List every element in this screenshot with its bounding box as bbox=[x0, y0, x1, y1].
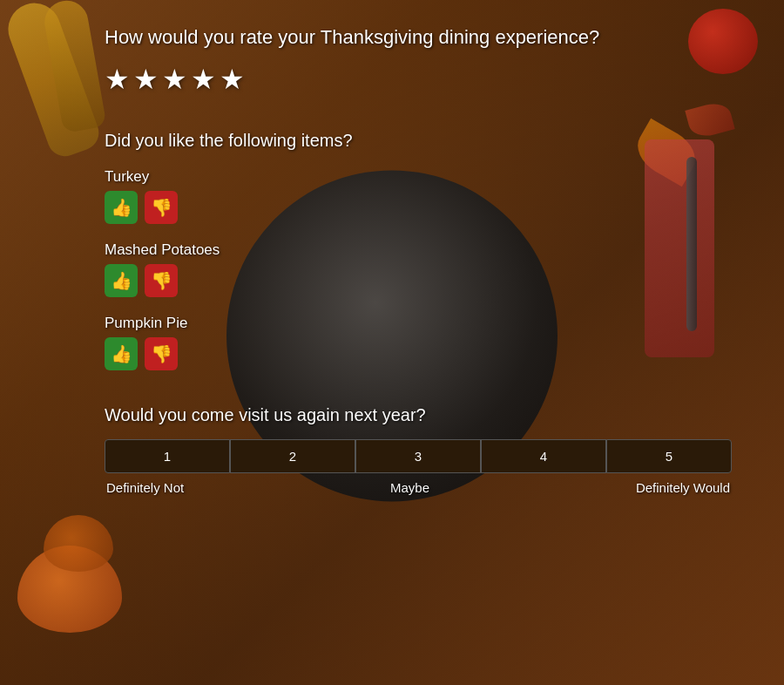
visit-section: Would you come visit us again next year?… bbox=[105, 405, 732, 495]
star-5[interactable]: ★ bbox=[220, 63, 245, 96]
turkey-thumbs-down[interactable]: 👎 bbox=[145, 191, 178, 224]
scale-btn-4[interactable]: 4 bbox=[481, 439, 606, 473]
scale-buttons-row: 1 2 3 4 5 bbox=[105, 439, 732, 473]
mashed-potatoes-label: Mashed Potatoes bbox=[105, 241, 732, 259]
scale-labels-row: Definitely Not Maybe Definitely Would bbox=[105, 480, 732, 495]
food-item-turkey: Turkey 👍 👎 bbox=[105, 168, 732, 224]
food-item-mashed-potatoes: Mashed Potatoes 👍 👎 bbox=[105, 241, 732, 297]
mashed-potatoes-thumbs-row: 👍 👎 bbox=[105, 264, 732, 297]
scale-label-center: Maybe bbox=[390, 480, 429, 495]
pumpkin-pie-thumbs-up[interactable]: 👍 bbox=[105, 337, 138, 370]
star-4[interactable]: ★ bbox=[191, 63, 216, 96]
visit-question: Would you come visit us again next year? bbox=[105, 405, 732, 425]
items-question: Did you like the following items? bbox=[105, 131, 732, 151]
stars-row: ★ ★ ★ ★ ★ bbox=[105, 63, 732, 96]
survey-content: How would you rate your Thanksgiving din… bbox=[0, 0, 784, 521]
star-3[interactable]: ★ bbox=[162, 63, 187, 96]
turkey-label: Turkey bbox=[105, 168, 732, 186]
pumpkin-pie-thumbs-down[interactable]: 👎 bbox=[145, 337, 178, 370]
mashed-potatoes-thumbs-down[interactable]: 👎 bbox=[145, 264, 178, 297]
mashed-potatoes-thumbs-up[interactable]: 👍 bbox=[105, 264, 138, 297]
scale-btn-1[interactable]: 1 bbox=[105, 439, 230, 473]
scale-container: 1 2 3 4 5 Definitely Not Maybe Definitel… bbox=[105, 439, 732, 495]
turkey-thumbs-row: 👍 👎 bbox=[105, 191, 732, 224]
star-1[interactable]: ★ bbox=[105, 63, 130, 96]
scale-btn-5[interactable]: 5 bbox=[606, 439, 732, 473]
scale-btn-3[interactable]: 3 bbox=[355, 439, 481, 473]
thumbs-down-icon: 👎 bbox=[151, 343, 172, 364]
food-item-pumpkin-pie: Pumpkin Pie 👍 👎 bbox=[105, 315, 732, 370]
thumbs-down-icon: 👎 bbox=[151, 270, 172, 291]
thumbs-up-icon: 👍 bbox=[111, 343, 132, 364]
scale-btn-2[interactable]: 2 bbox=[230, 439, 355, 473]
pumpkin-pie-label: Pumpkin Pie bbox=[105, 315, 732, 332]
thumbs-up-icon: 👍 bbox=[111, 270, 132, 291]
thumbs-down-icon: 👎 bbox=[151, 197, 172, 218]
scale-label-left: Definitely Not bbox=[106, 480, 184, 495]
rating-question: How would you rate your Thanksgiving din… bbox=[105, 26, 732, 49]
thumbs-up-icon: 👍 bbox=[111, 197, 132, 218]
pumpkin-pie-thumbs-row: 👍 👎 bbox=[105, 337, 732, 370]
scale-label-right: Definitely Would bbox=[636, 480, 730, 495]
turkey-thumbs-up[interactable]: 👍 bbox=[105, 191, 138, 224]
star-2[interactable]: ★ bbox=[133, 63, 159, 96]
